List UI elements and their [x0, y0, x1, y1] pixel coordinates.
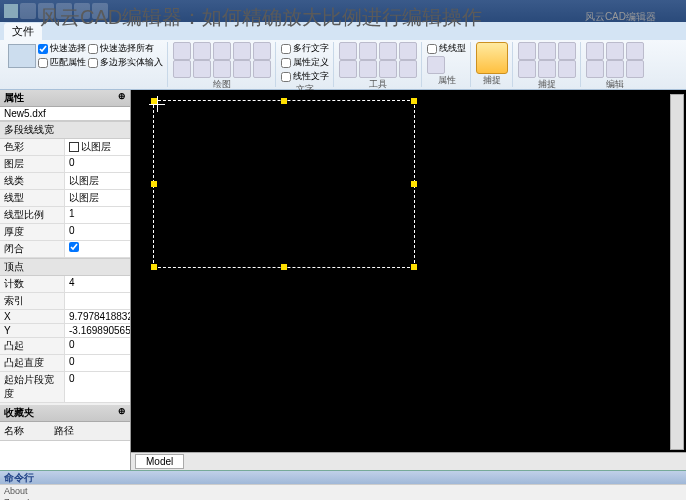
- prop-linetype[interactable]: 线类以图层: [0, 173, 130, 190]
- poly-input-check[interactable]: 多边形实体输入: [88, 56, 163, 69]
- model-tab[interactable]: Model: [135, 454, 184, 469]
- status-bar: About ZoomIn: [0, 484, 686, 500]
- draw-block-icon[interactable]: [253, 60, 271, 78]
- status-line1: About: [4, 486, 682, 497]
- quick-select-check[interactable]: 快速选择: [38, 42, 86, 55]
- draw-rect-icon[interactable]: [233, 42, 251, 60]
- prop-layer[interactable]: 图层0: [0, 156, 130, 173]
- tool-area-icon[interactable]: [379, 42, 397, 60]
- fav-col-path: 路径: [54, 424, 74, 438]
- color-swatch-icon: [69, 142, 79, 152]
- closed-checkbox[interactable]: [69, 242, 79, 252]
- edit-extend-icon[interactable]: [626, 60, 644, 78]
- tool-layer-icon[interactable]: [399, 60, 417, 78]
- qat-new-icon[interactable]: [20, 3, 36, 19]
- favorites-list[interactable]: [0, 441, 130, 470]
- handle-bottom-right[interactable]: [411, 264, 417, 270]
- qat-undo-icon[interactable]: [74, 3, 90, 19]
- draw-line-icon[interactable]: [173, 42, 191, 60]
- favorites-columns: 名称 路径: [0, 422, 130, 441]
- draw-arc-icon[interactable]: [193, 42, 211, 60]
- ribbon-group-draw: 绘图: [169, 42, 276, 87]
- prop-ltscale[interactable]: 线型比例1: [0, 207, 130, 224]
- drawing-canvas[interactable]: [135, 94, 682, 466]
- properties-panel: 属性⊕ New5.dxf 多段线线宽 色彩 以图层 图层0 线类以图层 线型以图…: [0, 90, 131, 470]
- snap-cen-icon[interactable]: [558, 42, 576, 60]
- canvas-area[interactable]: Model: [131, 90, 686, 470]
- prop-count[interactable]: 计数4: [0, 276, 130, 293]
- ribbon: 快速选择 匹配属性 快速选择所有 多边形实体输入 绘图: [0, 40, 686, 90]
- draw-circle-icon[interactable]: [213, 42, 231, 60]
- pin-icon[interactable]: ⊕: [118, 91, 126, 105]
- tool-zoom-icon[interactable]: [339, 60, 357, 78]
- vertical-scrollbar[interactable]: [670, 94, 684, 450]
- workspace: 属性⊕ New5.dxf 多段线线宽 色彩 以图层 图层0 线类以图层 线型以图…: [0, 90, 686, 470]
- handle-bottom-left[interactable]: [151, 264, 157, 270]
- ribbon-group-tools: 工具: [335, 42, 422, 87]
- section-vertex: 顶点: [0, 258, 130, 276]
- handle-top[interactable]: [281, 98, 287, 104]
- prop-x[interactable]: X9.7978418832: [0, 310, 130, 324]
- selection-rectangle[interactable]: [153, 100, 415, 268]
- prop-index[interactable]: 索引: [0, 293, 130, 310]
- draw-spline-icon[interactable]: [193, 60, 211, 78]
- snap-tan-icon[interactable]: [558, 60, 576, 78]
- edit-rotate-icon[interactable]: [626, 42, 644, 60]
- tool-angle-icon[interactable]: [399, 42, 417, 60]
- fav-pin-icon[interactable]: ⊕: [118, 406, 126, 420]
- handle-bottom[interactable]: [281, 264, 287, 270]
- quick-select-icon[interactable]: [8, 44, 36, 68]
- prop-start-width[interactable]: 起始片段宽度0: [0, 372, 130, 403]
- snap-int-icon[interactable]: [518, 60, 536, 78]
- ribbon-group-snap2: 捕捉: [514, 42, 581, 87]
- edit-scale-icon[interactable]: [586, 60, 604, 78]
- tool-pan-icon[interactable]: [359, 60, 377, 78]
- edit-trim-icon[interactable]: [606, 60, 624, 78]
- prop-linetype2[interactable]: 线型以图层: [0, 190, 130, 207]
- linetype-sel-icon[interactable]: [427, 56, 445, 74]
- qat-save-icon[interactable]: [56, 3, 72, 19]
- snap-end-icon[interactable]: [518, 42, 536, 60]
- menu-file[interactable]: 文件: [4, 23, 42, 40]
- prop-closed[interactable]: 闭合: [0, 241, 130, 258]
- section-polyline: 多段线线宽: [0, 121, 130, 139]
- handle-right[interactable]: [411, 181, 417, 187]
- snap-button[interactable]: [476, 42, 508, 74]
- linetext-check[interactable]: 线性文字: [281, 70, 329, 83]
- draw-poly-icon[interactable]: [253, 42, 271, 60]
- edit-move-icon[interactable]: [586, 42, 604, 60]
- prop-y[interactable]: Y-3.1698905651: [0, 324, 130, 338]
- favorites-header: 收藏夹⊕: [0, 405, 130, 422]
- draw-point-icon[interactable]: [213, 60, 231, 78]
- draw-hatch-icon[interactable]: [233, 60, 251, 78]
- prop-color[interactable]: 色彩 以图层: [0, 139, 130, 156]
- qat-redo-icon[interactable]: [92, 3, 108, 19]
- handle-top-left[interactable]: [151, 98, 157, 104]
- filename-dropdown[interactable]: New5.dxf: [0, 107, 130, 121]
- linetype-check[interactable]: 线线型: [427, 42, 466, 55]
- tool-dim-icon[interactable]: [359, 42, 377, 60]
- handle-top-right[interactable]: [411, 98, 417, 104]
- draw-ellipse-icon[interactable]: [173, 60, 191, 78]
- tool-measure-icon[interactable]: [339, 42, 357, 60]
- model-tab-bar: Model: [131, 452, 686, 470]
- handle-left[interactable]: [151, 181, 157, 187]
- tool-calc-icon[interactable]: [379, 60, 397, 78]
- prop-bulge[interactable]: 凸起0: [0, 338, 130, 355]
- prop-thickness[interactable]: 厚度0: [0, 224, 130, 241]
- menubar: 文件: [0, 22, 686, 40]
- ribbon-label-props: 属性: [427, 74, 466, 87]
- qat-open-icon[interactable]: [38, 3, 54, 19]
- match-props-check[interactable]: 匹配属性: [38, 56, 86, 69]
- ribbon-group-text: 多行文字 属性定义 线性文字 文字: [277, 42, 334, 87]
- snap-mid-icon[interactable]: [538, 42, 556, 60]
- edit-copy-icon[interactable]: [606, 42, 624, 60]
- select-all-check[interactable]: 快速选择所有: [88, 42, 163, 55]
- ribbon-group-edit: 编辑: [582, 42, 648, 87]
- titlebar: [0, 0, 686, 22]
- multiline-text-check[interactable]: 多行文字: [281, 42, 329, 55]
- snap-perp-icon[interactable]: [538, 60, 556, 78]
- attrdef-check[interactable]: 属性定义: [281, 56, 329, 69]
- prop-bulge-len[interactable]: 凸起直度0: [0, 355, 130, 372]
- command-line[interactable]: 命令行: [0, 470, 686, 484]
